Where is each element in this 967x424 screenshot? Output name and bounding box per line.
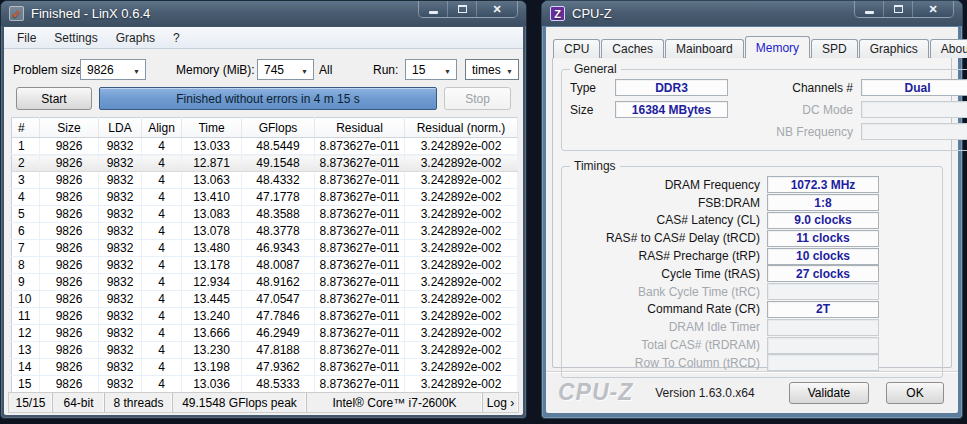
times-combo[interactable]: times [465,59,519,80]
table-cell: 3.242892e-002 [405,325,518,342]
tab-mainboard[interactable]: Mainboard [665,39,744,58]
run-combo[interactable]: 15 [405,59,457,80]
field-row: CAS# Latency (CL)9.0 clocks [570,212,934,230]
tab-graphics[interactable]: Graphics [859,39,929,58]
chevron-down-icon [301,63,313,77]
field-row: TypeDDR3 [570,79,755,96]
table-cell: 48.3588 [242,206,315,223]
validate-button[interactable]: Validate [789,382,869,404]
table-cell: 9 [12,274,40,291]
table-header-cell[interactable]: Size [40,118,99,138]
maximize-icon [894,5,903,13]
menu-item-graphs[interactable]: Graphs [107,29,164,47]
status-cpu: Intel® Core™ i7-2600K [307,393,483,412]
maximize-icon [458,5,467,13]
cpuz-window: CPU-Z CPUCachesMainboardMemorySPDGraphic… [541,0,963,419]
memory-combo[interactable]: 745 [257,59,314,80]
close-button[interactable] [913,1,953,17]
maximize-button[interactable] [448,1,477,17]
tab-caches[interactable]: Caches [601,39,664,58]
table-cell: 4 [142,223,182,240]
field-label: Command Rate (CR) [570,302,760,316]
table-row[interactable]: 898269832413.17848.00878.873627e-0113.24… [12,257,518,274]
table-row[interactable]: 298269832412.87149.15488.873627e-0113.24… [12,155,518,172]
field-row: RAS# Precharge (tRP)10 clocks [570,247,934,265]
table-cell: 13.230 [182,342,242,359]
linx-window-title: Finished - LinX 0.6.4 [31,6,150,21]
table-cell: 11 [12,308,40,325]
ok-button[interactable]: OK [886,382,944,404]
table-cell: 6 [12,223,40,240]
table-row[interactable]: 598269832413.08348.35888.873627e-0113.24… [12,206,518,223]
table-header-cell[interactable]: Residual (norm.) [405,118,518,138]
start-button[interactable]: Start [16,87,92,110]
table-cell: 14 [12,359,40,376]
cpuz-tabstrip: CPUCachesMainboardMemorySPDGraphicsAbout [553,36,951,58]
status-threads: 8 threads [105,393,173,412]
table-cell: 3.242892e-002 [405,308,518,325]
table-header-cell[interactable]: LDA [99,118,142,138]
table-header-cell[interactable]: # [12,118,40,138]
status-runs: 15/15 [9,393,53,412]
tab-about[interactable]: About [930,39,967,58]
problem-size-combo[interactable]: 9826 [80,59,146,80]
table-cell: 13.410 [182,189,242,206]
menu-item-help[interactable]: ? [164,29,189,47]
status-log[interactable]: Log › [483,393,518,412]
table-row[interactable]: 1598269832413.03648.53338.873627e-0113.2… [12,376,518,393]
memory-value: 745 [264,63,284,77]
tab-spd[interactable]: SPD [811,39,858,58]
table-cell: 4 [142,172,182,189]
table-cell: 9832 [99,274,142,291]
table-row[interactable]: 1098269832413.44547.05478.873627e-0113.2… [12,291,518,308]
table-cell: 4 [142,359,182,376]
field-value: 1072.3 MHz [767,176,879,193]
tab-cpu[interactable]: CPU [553,39,600,58]
table-row[interactable]: 1498269832413.19847.93628.873627e-0113.2… [12,359,518,376]
table-cell: 8.873627e-011 [315,291,405,308]
table-cell: 3.242892e-002 [405,172,518,189]
table-row[interactable]: 398269832413.06348.43328.873627e-0113.24… [12,172,518,189]
run-label: Run: [373,63,398,77]
table-row[interactable]: 498269832413.41047.17788.873627e-0113.24… [12,189,518,206]
table-row[interactable]: 1198269832413.24047.78468.873627e-0113.2… [12,308,518,325]
field-value [861,101,967,118]
field-row: Total CAS# (tRDRAM) [570,336,934,354]
problem-size-value: 9826 [87,63,114,77]
table-row[interactable]: 1398269832413.23047.81888.873627e-0113.2… [12,342,518,359]
chevron-down-icon [444,63,456,77]
table-header-cell[interactable]: Align [142,118,182,138]
table-row[interactable]: 1298269832413.66646.29498.873627e-0113.2… [12,325,518,342]
close-button[interactable] [477,1,517,17]
table-cell: 3 [12,172,40,189]
table-row[interactable]: 698269832413.07848.37788.873627e-0113.24… [12,223,518,240]
results-table: #SizeLDAAlignTimeGFlopsResidualResidual … [11,117,518,393]
table-cell: 47.1778 [242,189,315,206]
table-header-cell[interactable]: Residual [315,118,405,138]
minimize-button[interactable] [419,1,448,17]
table-row[interactable]: 998269832412.93448.91628.873627e-0113.24… [12,274,518,291]
menu-item-file[interactable]: File [8,29,45,47]
maximize-button[interactable] [884,1,913,17]
table-cell: 8.873627e-011 [315,274,405,291]
field-label: DRAM Idle Timer [570,320,760,334]
stop-button[interactable]: Stop [444,87,511,110]
table-cell: 12.871 [182,155,242,172]
minimize-button[interactable] [855,1,884,17]
close-icon [928,2,937,16]
field-value: DDR3 [615,79,728,96]
table-cell: 9826 [40,376,99,393]
table-row[interactable]: 198269832413.03348.54498.873627e-0113.24… [12,138,518,155]
linx-client-area: Problem size: 9826 Memory (MiB): 745 All… [4,49,523,415]
table-header-row: #SizeLDAAlignTimeGFlopsResidualResidual … [12,118,518,138]
table-cell: 13.078 [182,223,242,240]
problem-size-label: Problem size: [13,63,86,77]
tab-memory[interactable]: Memory [745,36,810,58]
table-cell: 12.934 [182,274,242,291]
table-header-cell[interactable]: Time [182,118,242,138]
table-row[interactable]: 798269832413.48046.93438.873627e-0113.24… [12,240,518,257]
menu-item-settings[interactable]: Settings [45,29,106,47]
cpuz-app-icon [550,6,565,21]
cpuz-logo: CPU-Z [558,379,633,406]
table-header-cell[interactable]: GFlops [242,118,315,138]
